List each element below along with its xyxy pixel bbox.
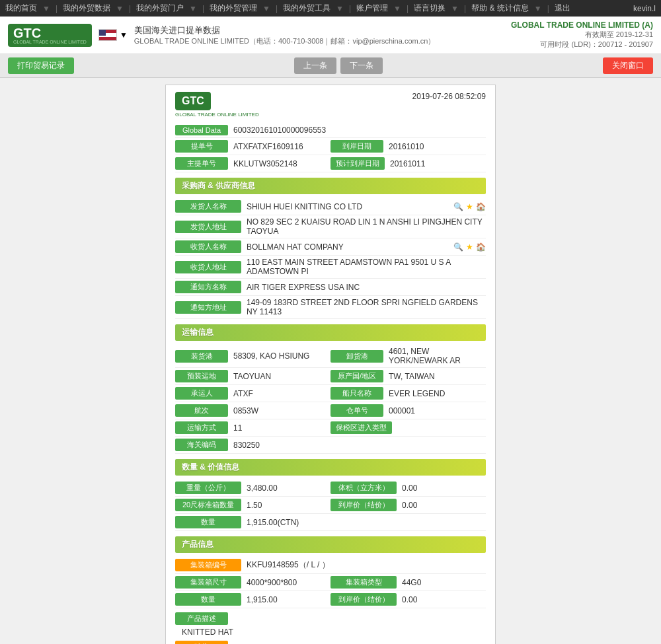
close-button[interactable]: 关闭窗口 xyxy=(603,57,653,74)
description-label: 产品描述 xyxy=(175,612,228,625)
notify-addr-row: 通知方地址 149-09 183RD STREET 2ND FLOOR SPRI… xyxy=(175,296,486,319)
arrival-date-label: 到岸日期 xyxy=(330,140,383,153)
doc-header: GTC GLOBAL TRADE ONLINE LIMITED 2019-07-… xyxy=(175,92,486,118)
consignee-addr-value: 110 EAST MAIN STREET ADAMSTOWN PA1 9501 … xyxy=(247,258,486,276)
notify-name-row: 通知方名称 AIR TIGER EXPRESS USA INC xyxy=(175,279,486,296)
valid-until: 有效期至 2019-12-31 xyxy=(511,30,653,40)
time-range: 可用时段 (LDR)：200712 - 201907 xyxy=(511,40,653,50)
print-button[interactable]: 打印贸易记录 xyxy=(8,57,74,74)
container-type-value: 44G0 xyxy=(402,578,486,587)
nav-export-mgmt[interactable]: 我的外贸管理 xyxy=(210,3,257,14)
logo-main: GTC xyxy=(13,26,87,40)
nav-export-tools[interactable]: 我的外贸工具 xyxy=(283,3,330,14)
quantity-section-title: 数量 & 价值信息 xyxy=(182,462,239,472)
shipper-star-icon[interactable]: ★ xyxy=(466,202,473,211)
ports-row: 装货港 58309, KAO HSIUNG 卸货港 4601, NEW YORK… xyxy=(175,345,486,368)
container-no-value: KKFU9148595（/ L / ） xyxy=(247,559,486,571)
logo: GTC GLOBAL TRADE ONLINE LIMITED xyxy=(8,24,92,47)
product-quantity-label: 数量 xyxy=(175,593,241,606)
top-navigation: 我的首页 ▼ | 我的外贸数据 ▼ | 我的外贸门户 ▼ | 我的外贸管理 ▼ … xyxy=(0,0,661,17)
doc-logo-sub: GLOBAL TRADE ONLINE LIMITED xyxy=(175,112,259,118)
customs-label: 海关编码 xyxy=(175,439,228,451)
nav-home[interactable]: 我的首页 xyxy=(5,3,37,14)
prev-button[interactable]: 上一条 xyxy=(294,57,336,74)
bill-label: 提单号 xyxy=(175,140,228,153)
voyage-value: 0853W xyxy=(233,406,330,415)
origin-country-value: TW, TAIWAN xyxy=(389,372,486,381)
nav-logout[interactable]: 退出 xyxy=(555,3,570,14)
logo-sub-text: GLOBAL TRADE ONLINE LIMITED xyxy=(13,40,87,44)
shipper-name-row: 发货人名称 SHIUH HUEI KNITTING CO LTD 🔍 ★ 🏠 xyxy=(175,198,486,215)
quantity-value: 1,915.00(CTN) xyxy=(247,518,486,527)
product-quantity-row: 数量 1,915.00 到岸价（结价） 0.00 xyxy=(175,591,486,608)
nav-account[interactable]: 账户管理 xyxy=(356,3,388,14)
container-no-row: 集装箱编号 KKFU9148595（/ L / ） xyxy=(175,557,486,574)
shipper-name-value: SHIUH HUEI KNITTING CO LTD xyxy=(247,202,451,211)
container-size-value: 4000*900*800 xyxy=(247,578,330,587)
consignee-name-label: 收货人名称 xyxy=(175,240,241,253)
transport-row: 运输方式 11 保税区进入类型 xyxy=(175,419,486,437)
pre-shipping-row: 预装运地 TAOYUAN 原产国/地区 TW, TAIWAN xyxy=(175,368,486,385)
pre-shipping-label: 预装运地 xyxy=(175,370,228,382)
origin-country-label: 原产国/地区 xyxy=(330,370,383,382)
carrier-label: 承运人 xyxy=(175,387,228,400)
shipper-home-icon[interactable]: 🏠 xyxy=(476,202,486,211)
master-bill-row: 主提单号 KKLUTW3052148 预计到岸日期 20161011 xyxy=(175,155,486,172)
bol-value: 000001 xyxy=(389,406,486,415)
volume-label: 体积（立方米） xyxy=(330,482,397,494)
master-bill-label: 主提单号 xyxy=(175,157,228,170)
weight-row: 重量（公斤） 3,480.00 体积（立方米） 0.00 xyxy=(175,480,486,497)
arrival-price-value: 0.00 xyxy=(402,501,486,510)
marks-label: 唛头 xyxy=(175,641,228,644)
quantity-label: 数量 xyxy=(175,516,241,528)
shipper-section-header: 采购商 & 供应商信息 xyxy=(175,178,486,194)
toolbar-left: 打印贸易记录 xyxy=(8,57,74,74)
doc-logo: GTC GLOBAL TRADE ONLINE LIMITED xyxy=(175,92,259,118)
notify-name-value: AIR TIGER EXPRESS USA INC xyxy=(247,283,486,292)
consignee-search-icon[interactable]: 🔍 xyxy=(453,242,463,252)
shipper-addr-row: 发货人地址 NO 829 SEC 2 KUAISU ROAD LIN 1 N A… xyxy=(175,215,486,238)
shipper-search-icon[interactable]: 🔍 xyxy=(453,202,463,211)
customs-value: 830250 xyxy=(233,441,486,450)
nav-export-portal[interactable]: 我的外贸门户 xyxy=(136,3,184,14)
site-subtitle: GLOBAL TRADE ONLINE LIMITED（电话：400-710-3… xyxy=(134,36,436,46)
nav-language[interactable]: 语言切换 xyxy=(414,3,446,14)
bonded-label: 保税区进入类型 xyxy=(330,421,392,434)
voyage-label: 航次 xyxy=(175,404,228,417)
quantity-row: 数量 1,915.00(CTN) xyxy=(175,514,486,531)
dest-port-label: 卸货港 xyxy=(330,350,383,363)
us-flag-icon xyxy=(98,29,117,41)
dest-port-value: 4601, NEW YORK/NEWARK AR xyxy=(389,347,486,365)
site-title: 美国海关进口提单数据 xyxy=(134,24,436,36)
container-size-label: 集装箱尺寸 xyxy=(175,576,241,589)
consignee-star-icon[interactable]: ★ xyxy=(466,242,473,252)
next-button[interactable]: 下一条 xyxy=(340,57,383,74)
consignee-name-value: BOLLMAN HAT COMPANY xyxy=(247,242,451,252)
vessel-label: 船只名称 xyxy=(330,387,383,400)
bill-value: ATXFATXF1609116 xyxy=(233,142,330,151)
consignee-home-icon[interactable]: 🏠 xyxy=(476,242,486,252)
toolbar-center: 上一条 下一条 xyxy=(294,57,383,74)
quantity-section-header: 数量 & 价值信息 xyxy=(175,459,486,476)
header-title-group: 美国海关进口提单数据 GLOBAL TRADE ONLINE LIMITED（电… xyxy=(134,24,436,46)
master-bill-value: KKLUTW3052148 xyxy=(233,159,330,168)
estimated-date-value: 20161011 xyxy=(390,159,486,168)
global-data-row: Global Data 600320161010000096553 xyxy=(175,123,486,138)
customs-row: 海关编码 830250 xyxy=(175,437,486,454)
bill-row: 提单号 ATXFATXF1609116 到岸日期 20161010 xyxy=(175,138,486,155)
notify-addr-value: 149-09 183RD STREET 2ND FLOOR SPRI NGFIE… xyxy=(247,298,486,316)
doc-timestamp: 2019-07-26 08:52:09 xyxy=(412,92,486,101)
pre-shipping-value: TAOYUAN xyxy=(233,372,330,381)
company-name: GLOBAL TRADE ONLINE LIMITED (A) xyxy=(511,20,653,30)
description-value: KNITTED HAT xyxy=(175,625,486,639)
nav-trade-data[interactable]: 我的外贸数据 xyxy=(63,3,110,14)
main-content: GTC GLOBAL TRADE ONLINE LIMITED 2019-07-… xyxy=(0,78,661,644)
container-size-row: 集装箱尺寸 4000*900*800 集装箱类型 44G0 xyxy=(175,574,486,591)
bol-label: 仓单号 xyxy=(330,404,383,417)
product-price-value: 0.00 xyxy=(402,595,486,604)
header-right: GLOBAL TRADE ONLINE LIMITED (A) 有效期至 201… xyxy=(511,20,653,50)
shipper-addr-label: 发货人地址 xyxy=(175,221,241,233)
flag-container: ▼ xyxy=(98,29,128,41)
nav-help[interactable]: 帮助 & 统计信息 xyxy=(471,3,529,14)
global-data-value: 600320161010000096553 xyxy=(233,125,486,135)
